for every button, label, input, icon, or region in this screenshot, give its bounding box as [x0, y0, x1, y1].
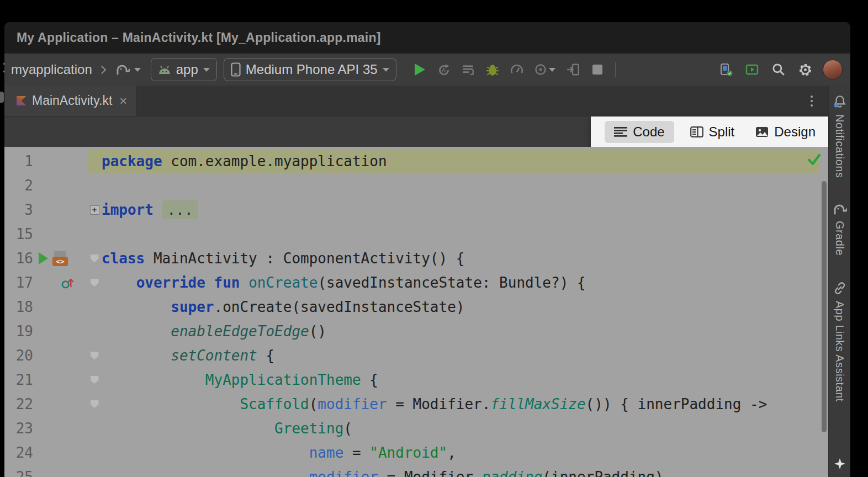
gear-icon	[798, 62, 813, 77]
toolwindow-label: Notifications	[833, 114, 846, 178]
code-text[interactable]: MyApplicationTheme {	[100, 368, 819, 392]
run-button[interactable]	[411, 61, 428, 78]
right-toolwindow-bar: Notifications Gradle App Links Assistant	[828, 86, 850, 477]
fold-collapse-icon[interactable]	[91, 352, 99, 359]
code-text[interactable]: package com.example.myapplication	[100, 149, 819, 173]
code-line[interactable]: 18 super.onCreate(savedInstanceState)	[4, 295, 828, 319]
editor-scrollbar[interactable]	[822, 181, 827, 432]
mode-split-button[interactable]: Split	[685, 121, 740, 143]
code-text[interactable]: Greeting(	[100, 416, 819, 441]
code-text[interactable]: Scaffold(modifier = Modifier.fillMaxSize…	[100, 392, 819, 416]
profiler-button[interactable]	[508, 61, 526, 78]
chevron-down-icon	[134, 68, 141, 72]
code-line[interactable]: 21 MyApplicationTheme {	[4, 368, 828, 392]
line-number: 23	[4, 416, 33, 441]
code-line[interactable]: 3+import ...	[4, 198, 828, 222]
fold-expand-icon[interactable]: +	[90, 205, 99, 215]
code-line[interactable]: 25 modifier = Modifier.padding(innerPadd…	[4, 465, 828, 477]
running-devices-button[interactable]	[743, 61, 761, 78]
device-manager-button[interactable]	[717, 61, 734, 78]
code-text[interactable]: modifier = Modifier.padding(innerPadding…	[100, 465, 819, 477]
gutter-icons	[33, 198, 88, 222]
fold-collapse-icon[interactable]	[91, 400, 99, 408]
toolbar-right-group	[717, 60, 843, 80]
code-line[interactable]: 15	[4, 222, 828, 246]
code-line[interactable]: 20 setContent {	[4, 343, 828, 368]
gutter-icons	[33, 392, 88, 416]
editor-header: Code Split Design	[4, 116, 828, 147]
code-line[interactable]: 16<>class MainActivity : ComponentActivi…	[4, 246, 828, 271]
mode-code-button[interactable]: Code	[605, 121, 674, 143]
code-text[interactable]: super.onCreate(savedInstanceState)	[100, 295, 819, 319]
code-text[interactable]	[100, 222, 819, 246]
code-text[interactable]: import ...	[100, 198, 819, 222]
fold-collapse-icon[interactable]	[91, 279, 99, 287]
notifications-bell-icon	[833, 94, 847, 109]
profile-or-debug-button[interactable]	[532, 61, 558, 78]
code-line[interactable]: 2	[4, 173, 828, 198]
compose-activity-gutter-icon[interactable]: <>	[52, 251, 69, 266]
code-line[interactable]: 17 override fun onCreate(savedInstanceSt…	[4, 271, 828, 295]
code-line[interactable]: 23 Greeting(	[4, 416, 828, 441]
kotlin-file-icon	[17, 96, 26, 105]
left-toolwindow-tick[interactable]	[0, 92, 4, 103]
toolwindow-gradle[interactable]: Gradle	[833, 203, 847, 256]
stop-button[interactable]	[589, 61, 606, 78]
attach-debugger-button[interactable]	[564, 61, 582, 78]
line-number: 22	[4, 392, 33, 416]
toolwindow-notifications[interactable]: Notifications	[833, 94, 847, 178]
apply-code-changes-button[interactable]	[459, 61, 477, 78]
search-icon	[771, 62, 786, 77]
line-number: 17	[4, 271, 33, 295]
project-breadcrumb[interactable]: myapplication	[11, 62, 92, 77]
gemini-sparkle-icon[interactable]	[833, 457, 846, 470]
settings-button[interactable]	[796, 61, 814, 78]
code-line[interactable]: 24 name = "Android",	[4, 441, 828, 465]
line-number: 3	[4, 198, 33, 222]
line-number: 15	[4, 222, 33, 246]
fold-column	[88, 368, 100, 392]
user-avatar[interactable]	[823, 60, 843, 80]
svg-text:A: A	[441, 67, 446, 73]
tab-options-menu[interactable]	[807, 92, 816, 110]
code-line[interactable]: 1package com.example.myapplication	[4, 149, 828, 173]
override-method-gutter-icon[interactable]	[61, 276, 75, 290]
attach-debugger-icon	[566, 62, 580, 77]
code-line[interactable]: 19 enableEdgeToEdge()	[4, 319, 828, 343]
code-text[interactable]: enableEdgeToEdge()	[100, 319, 819, 343]
device-select[interactable]: Medium Phone API 35	[224, 58, 396, 81]
code-text[interactable]	[100, 173, 819, 198]
code-line[interactable]: 22 Scaffold(modifier = Modifier.fillMaxS…	[4, 392, 828, 416]
run-config-select[interactable]: app	[151, 58, 217, 81]
code-text[interactable]: class MainActivity : ComponentActivity()…	[100, 246, 819, 271]
fold-column	[88, 222, 100, 246]
debug-button[interactable]	[484, 61, 501, 78]
gutter-icons	[33, 173, 88, 198]
inspections-ok-icon[interactable]	[807, 152, 822, 165]
device-label: Medium Phone API 35	[246, 62, 378, 77]
folded-imports-badge[interactable]: ...	[162, 200, 198, 219]
profiler-gauge-icon	[510, 62, 524, 77]
run-class-gutter-icon[interactable]	[39, 252, 48, 264]
search-everywhere-button[interactable]	[770, 61, 787, 78]
code-text[interactable]: setContent {	[100, 343, 819, 368]
tab-close-icon[interactable]: ×	[119, 94, 127, 108]
fold-column: +	[88, 198, 100, 222]
run-play-icon	[413, 62, 426, 77]
mode-design-button[interactable]: Design	[750, 121, 821, 143]
editor-tab-bar: MainActivity.kt ×	[4, 86, 828, 116]
window-title: My Application – MainActivity.kt [My_App…	[17, 30, 381, 45]
apply-changes-button[interactable]: A	[435, 61, 453, 78]
gradle-sync-button[interactable]	[112, 61, 144, 78]
breadcrumb-chevron-icon	[97, 65, 106, 74]
code-editor[interactable]: 1package com.example.myapplication23+imp…	[4, 147, 828, 477]
tab-mainactivity[interactable]: MainActivity.kt ×	[4, 86, 136, 116]
code-text[interactable]: override fun onCreate(savedInstanceState…	[100, 271, 819, 295]
toolwindow-app-links[interactable]: App Links Assistant	[833, 281, 847, 402]
running-devices-icon	[745, 63, 760, 76]
line-number: 19	[4, 319, 33, 343]
fold-collapse-icon[interactable]	[91, 376, 99, 384]
fold-collapse-icon[interactable]	[91, 255, 99, 262]
code-text[interactable]: name = "Android",	[100, 441, 819, 465]
tab-label: MainActivity.kt	[32, 93, 112, 108]
